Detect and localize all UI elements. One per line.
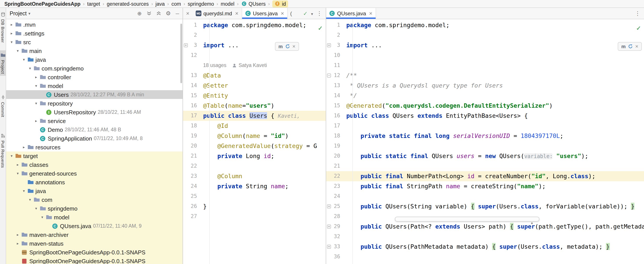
chevron-down-icon[interactable]: ▾ — [311, 11, 313, 16]
tree-chevron-icon[interactable]: ▾ — [33, 101, 39, 106]
tool-strip-item-project[interactable]: Project — [0, 50, 6, 76]
editor-line[interactable]: 23 public final StringPath name = create… — [326, 181, 644, 191]
editor-tab[interactable]: MDquerydsl.md× — [192, 8, 242, 19]
tree-chevron-icon[interactable]: ▸ — [9, 31, 14, 36]
tree-chevron-icon[interactable]: ▾ — [9, 40, 14, 44]
tree-chevron-icon[interactable]: ▾ — [27, 66, 33, 70]
author-name[interactable]: Satya Kaveti — [238, 60, 267, 70]
editor-line[interactable]: 16public class QUsers extends EntityPath… — [326, 111, 644, 121]
editor-line[interactable]: 13 * QUsers is a Querydsl query type for… — [326, 80, 644, 91]
tree-chevron-icon[interactable]: ▾ — [21, 189, 27, 193]
tree-row[interactable]: ▾src — [6, 38, 182, 46]
line-number[interactable]: 2 — [189, 30, 203, 40]
line-number[interactable]: 14 — [189, 80, 203, 91]
fold-gutter[interactable]: + — [326, 242, 332, 252]
editor-line[interactable]: 23 @Column — [183, 171, 326, 181]
editor-line[interactable]: 32 — [326, 232, 644, 242]
fold-minus-icon[interactable]: − — [327, 74, 331, 78]
tool-strip-item-pull-requests[interactable]: Pull Requests — [0, 131, 6, 170]
line-number[interactable]: 12 — [189, 50, 203, 60]
line-number[interactable]: 1 — [189, 20, 203, 30]
tree-row[interactable]: ▸resources — [6, 143, 182, 152]
tree-chevron-icon[interactable]: ▾ — [21, 57, 27, 62]
tool-strip-item-commit[interactable]: Commit — [0, 92, 6, 120]
tree-row[interactable]: ▾com.springdemo — [6, 64, 182, 73]
editor-line[interactable]: 25 — [183, 191, 326, 202]
editor-line[interactable]: 20 public static final QUsers users = ne… — [326, 151, 644, 161]
inspections-ok-icon[interactable]: ✓ — [303, 10, 308, 16]
tree-chevron-icon[interactable]: ▸ — [9, 22, 14, 27]
line-number[interactable]: 2 — [332, 30, 346, 40]
line-number[interactable]: 32 — [332, 232, 346, 242]
breadcrumb-item[interactable]: springdemo — [188, 0, 214, 7]
code-vision-inlay[interactable]: 18 usagesSatya Kaveti — [183, 60, 326, 70]
tree-row[interactable]: ▸service — [6, 116, 182, 125]
editor-line[interactable]: 2 — [183, 30, 326, 40]
line-number[interactable]: 27 — [189, 212, 203, 222]
line-number[interactable]: 22 — [332, 171, 346, 181]
editor-line[interactable]: 1package com.springdemo.model; — [183, 20, 326, 30]
editor-line[interactable]: 17 — [326, 121, 644, 131]
project-view-selector[interactable]: Project — [10, 10, 27, 16]
breadcrumb-item[interactable]: CQUsers — [241, 0, 266, 7]
editor-line[interactable]: −12/** — [326, 70, 644, 80]
breadcrumb-item[interactable]: SpringBootOnePageGuidesApp — [4, 0, 80, 7]
hide-icon[interactable]: ─ — [176, 11, 179, 16]
tree-row[interactable]: CUsers28/10/22, 12:27 PM, 499 B A min — [6, 90, 182, 99]
line-number[interactable]: 15 — [189, 91, 203, 101]
tree-row[interactable]: ▸maven-archiver — [6, 230, 182, 239]
line-number[interactable]: 18 — [189, 121, 203, 131]
tree-row[interactable]: annotations — [6, 178, 182, 186]
tree-row[interactable]: ▾java — [6, 55, 182, 64]
line-number[interactable]: 16 — [189, 101, 203, 111]
breadcrumb-item[interactable]: java — [156, 0, 164, 7]
tab-close-icon[interactable]: × — [281, 10, 284, 17]
line-number[interactable]: 3 — [189, 40, 203, 50]
fold-plus-icon[interactable]: + — [327, 224, 331, 228]
line-number[interactable]: 20 — [332, 151, 346, 161]
breadcrumb-item[interactable]: target — [87, 0, 100, 7]
tree-chevron-icon[interactable]: ▸ — [15, 232, 20, 237]
usages-count[interactable]: 18 usages — [203, 60, 226, 70]
line-number[interactable]: 36 — [332, 252, 346, 262]
tree-chevron-icon[interactable]: ▾ — [9, 154, 14, 158]
chevron-down-icon[interactable]: ▾ — [28, 11, 30, 16]
kebab-icon[interactable]: ⋮ — [316, 10, 322, 17]
maven-reload-widget[interactable]: m× — [618, 42, 642, 51]
breadcrumb-item[interactable]: com — [172, 0, 181, 7]
line-number[interactable]: 23 — [332, 181, 346, 191]
editor-line[interactable]: +33 public QUsers(PathMetadata metadata)… — [326, 242, 644, 252]
editor-tab[interactable]: CUsers.java× — [242, 8, 288, 19]
fold-gutter[interactable]: + — [326, 40, 332, 50]
line-number[interactable]: 28 — [332, 212, 346, 222]
tree-chevron-icon[interactable]: ▾ — [33, 206, 39, 210]
tree-scrollbar[interactable] — [180, 24, 182, 83]
kebab-icon[interactable]: ⋮ — [635, 10, 640, 17]
breadcrumb-item[interactable]: generated-sources — [107, 0, 149, 7]
editor-line[interactable]: 16@Table(name="users") — [183, 101, 326, 111]
fold-plus-icon[interactable]: + — [184, 43, 188, 47]
locate-icon[interactable]: ⊕ — [137, 10, 142, 16]
fold-plus-icon[interactable]: + — [327, 204, 331, 208]
line-number[interactable]: 18 — [332, 131, 346, 141]
tree-row[interactable]: ▾model — [6, 82, 182, 90]
editor-line[interactable]: 20 @GeneratedValue(strategy = G — [183, 141, 326, 151]
line-number[interactable]: 17 — [332, 121, 346, 131]
editor-line[interactable]: 22 public final NumberPath<Long> id = cr… — [326, 171, 644, 181]
expand-all-icon[interactable] — [146, 11, 151, 16]
editor-line[interactable]: 18 private static final long serialVersi… — [326, 131, 644, 141]
tree-row[interactable]: ▸classes — [6, 160, 182, 169]
tree-row[interactable]: ▾springdemo — [6, 204, 182, 213]
tree-row[interactable]: CQUsers.java07/11/22, 11:40 AM, 9 — [6, 222, 182, 230]
inspections-check-icon[interactable]: ✓ — [636, 25, 641, 32]
tree-chevron-icon[interactable]: ▸ — [15, 162, 20, 167]
line-number[interactable]: 19 — [332, 141, 346, 151]
maven-reload-widget[interactable]: m× — [275, 42, 299, 51]
tree-row[interactable]: ▸.settings — [6, 29, 182, 38]
editor-line[interactable]: +25 public QUsers(String variable) { sup… — [326, 202, 644, 212]
editor-line[interactable]: 19 — [326, 141, 644, 151]
code-editor[interactable]: 1package com.springdemo.model;2+3import … — [183, 19, 326, 264]
tree-row[interactable]: CSpringApplication07/11/22, 10:49 AM, 8 — [6, 134, 182, 143]
tree-chevron-icon[interactable]: ▾ — [15, 171, 20, 176]
tree-row[interactable]: ▾target — [6, 152, 182, 160]
